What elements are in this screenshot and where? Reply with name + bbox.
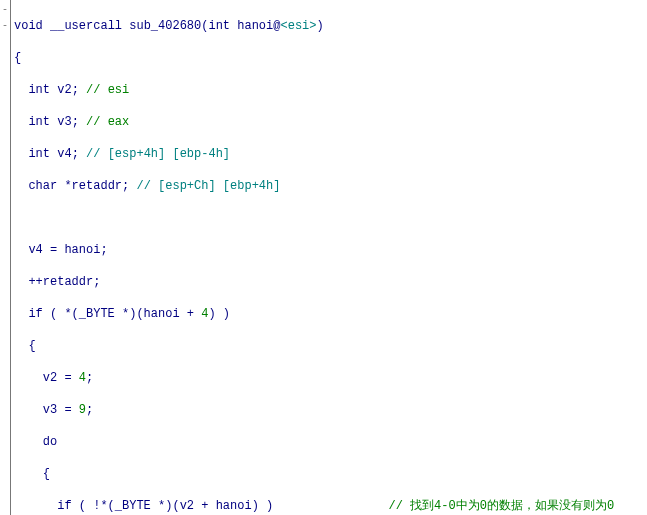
decompiler-view: - - void __usercall sub_402680(int hanoi… xyxy=(0,0,647,515)
decl-line: int v2; // esi xyxy=(14,82,647,98)
brace: { xyxy=(14,50,647,66)
brace: { xyxy=(14,466,647,482)
stmt: do xyxy=(14,434,647,450)
stmt: v3 = 9; xyxy=(14,402,647,418)
decl-line: int v4; // [esp+4h] [ebp-4h] xyxy=(14,146,647,162)
blank-line xyxy=(14,210,647,226)
fold-gutter: - - xyxy=(0,0,11,515)
brace: { xyxy=(14,338,647,354)
stmt: ++retaddr; xyxy=(14,274,647,290)
stmt: if ( *(_BYTE *)(hanoi + 4) ) xyxy=(14,306,647,322)
decl-line: char *retaddr; // [esp+Ch] [ebp+4h] xyxy=(14,178,647,194)
decl-line: int v3; // eax xyxy=(14,114,647,130)
fold-toggle[interactable]: - xyxy=(1,2,9,18)
fold-toggle[interactable]: - xyxy=(1,18,9,34)
signature-line: void __usercall sub_402680(int hanoi@<es… xyxy=(14,18,647,34)
stmt: v4 = hanoi; xyxy=(14,242,647,258)
code-area[interactable]: void __usercall sub_402680(int hanoi@<es… xyxy=(10,0,647,515)
stmt: v2 = 4; xyxy=(14,370,647,386)
stmt: if ( !*(_BYTE *)(v2 + hanoi) ) // 找到4-0中… xyxy=(14,498,647,514)
